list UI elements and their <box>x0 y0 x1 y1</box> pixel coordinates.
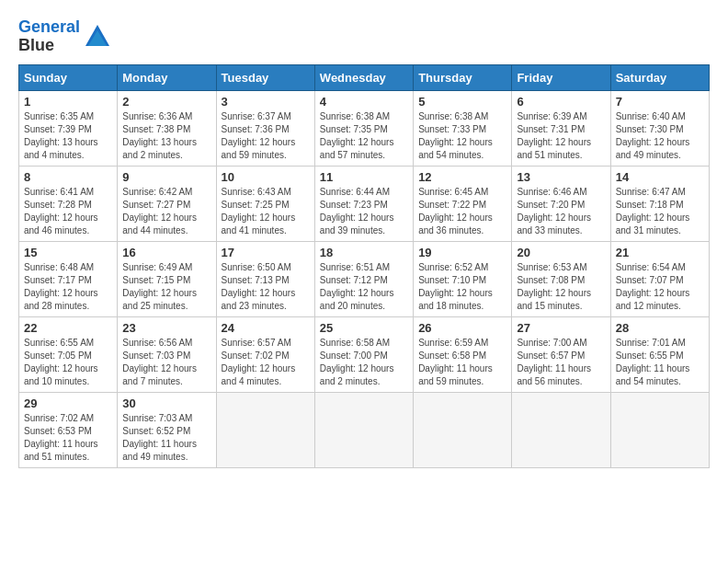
column-header-monday: Monday <box>118 64 216 90</box>
day-info: Sunrise: 6:53 AMSunset: 7:08 PMDaylight:… <box>517 261 605 313</box>
day-cell: 30Sunrise: 7:03 AMSunset: 6:52 PMDayligh… <box>118 392 216 467</box>
day-info: Sunrise: 6:38 AMSunset: 7:33 PMDaylight:… <box>418 110 506 162</box>
day-number: 12 <box>418 170 506 184</box>
day-info: Sunrise: 7:03 AMSunset: 6:52 PMDaylight:… <box>122 412 210 464</box>
day-number: 22 <box>24 321 112 335</box>
day-number: 2 <box>122 95 210 109</box>
day-cell <box>512 392 610 467</box>
column-header-thursday: Thursday <box>414 64 512 90</box>
logo: GeneralBlue <box>18 18 111 55</box>
day-cell <box>610 392 709 467</box>
day-info: Sunrise: 6:47 AMSunset: 7:18 PMDaylight:… <box>616 186 704 237</box>
week-row-3: 15Sunrise: 6:48 AMSunset: 7:17 PMDayligh… <box>19 241 710 316</box>
day-cell: 18Sunrise: 6:51 AMSunset: 7:12 PMDayligh… <box>314 241 413 316</box>
day-cell: 6Sunrise: 6:39 AMSunset: 7:31 PMDaylight… <box>512 90 610 166</box>
day-info: Sunrise: 6:38 AMSunset: 7:35 PMDaylight:… <box>320 110 408 162</box>
day-number: 15 <box>24 246 112 259</box>
day-info: Sunrise: 6:52 AMSunset: 7:10 PMDaylight:… <box>418 261 506 313</box>
week-row-2: 8Sunrise: 6:41 AMSunset: 7:28 PMDaylight… <box>19 166 710 241</box>
day-number: 29 <box>24 396 112 410</box>
day-info: Sunrise: 6:35 AMSunset: 7:39 PMDaylight:… <box>24 110 112 162</box>
column-header-tuesday: Tuesday <box>216 64 314 90</box>
day-cell <box>314 392 413 467</box>
day-cell <box>414 392 512 467</box>
logo-text: GeneralBlue <box>18 18 80 55</box>
day-number: 19 <box>418 246 506 259</box>
day-info: Sunrise: 6:40 AMSunset: 7:30 PMDaylight:… <box>616 110 704 162</box>
column-header-friday: Friday <box>512 64 610 90</box>
day-cell: 16Sunrise: 6:49 AMSunset: 7:15 PMDayligh… <box>118 241 216 316</box>
day-info: Sunrise: 6:56 AMSunset: 7:03 PMDaylight:… <box>122 337 210 388</box>
day-info: Sunrise: 6:41 AMSunset: 7:28 PMDaylight:… <box>24 186 112 237</box>
day-number: 27 <box>517 321 605 335</box>
day-number: 1 <box>24 95 112 109</box>
day-number: 6 <box>517 95 605 109</box>
day-number: 7 <box>616 95 704 109</box>
day-number: 18 <box>320 246 408 259</box>
day-cell: 3Sunrise: 6:37 AMSunset: 7:36 PMDaylight… <box>216 90 314 166</box>
day-number: 17 <box>222 246 310 259</box>
calendar-header-row: SundayMondayTuesdayWednesdayThursdayFrid… <box>19 64 710 90</box>
day-info: Sunrise: 6:46 AMSunset: 7:20 PMDaylight:… <box>517 186 605 237</box>
day-cell: 2Sunrise: 6:36 AMSunset: 7:38 PMDaylight… <box>118 90 216 166</box>
day-cell: 13Sunrise: 6:46 AMSunset: 7:20 PMDayligh… <box>512 166 610 241</box>
day-info: Sunrise: 6:57 AMSunset: 7:02 PMDaylight:… <box>222 337 310 388</box>
week-row-5: 29Sunrise: 7:02 AMSunset: 6:53 PMDayligh… <box>19 392 710 467</box>
day-cell <box>216 392 314 467</box>
day-info: Sunrise: 7:00 AMSunset: 6:57 PMDaylight:… <box>517 337 605 388</box>
day-cell: 1Sunrise: 6:35 AMSunset: 7:39 PMDaylight… <box>19 90 118 166</box>
day-cell: 12Sunrise: 6:45 AMSunset: 7:22 PMDayligh… <box>414 166 512 241</box>
day-cell: 7Sunrise: 6:40 AMSunset: 7:30 PMDaylight… <box>610 90 709 166</box>
day-cell: 9Sunrise: 6:42 AMSunset: 7:27 PMDaylight… <box>118 166 216 241</box>
day-info: Sunrise: 7:01 AMSunset: 6:55 PMDaylight:… <box>616 337 704 388</box>
day-cell: 20Sunrise: 6:53 AMSunset: 7:08 PMDayligh… <box>512 241 610 316</box>
day-number: 10 <box>222 170 310 184</box>
day-number: 13 <box>517 170 605 184</box>
day-number: 25 <box>320 321 408 335</box>
day-info: Sunrise: 6:59 AMSunset: 6:58 PMDaylight:… <box>418 337 506 388</box>
day-number: 21 <box>616 246 704 259</box>
day-number: 8 <box>24 170 112 184</box>
day-cell: 5Sunrise: 6:38 AMSunset: 7:33 PMDaylight… <box>414 90 512 166</box>
day-info: Sunrise: 6:55 AMSunset: 7:05 PMDaylight:… <box>24 337 112 388</box>
day-info: Sunrise: 6:45 AMSunset: 7:22 PMDaylight:… <box>418 186 506 237</box>
day-number: 16 <box>122 246 210 259</box>
day-cell: 8Sunrise: 6:41 AMSunset: 7:28 PMDaylight… <box>19 166 118 241</box>
day-number: 30 <box>122 396 210 410</box>
day-number: 26 <box>418 321 506 335</box>
page-header: GeneralBlue <box>18 18 710 55</box>
day-number: 23 <box>122 321 210 335</box>
logo-icon <box>84 23 111 51</box>
day-cell: 24Sunrise: 6:57 AMSunset: 7:02 PMDayligh… <box>216 316 314 392</box>
day-cell: 19Sunrise: 6:52 AMSunset: 7:10 PMDayligh… <box>414 241 512 316</box>
day-number: 20 <box>517 246 605 259</box>
day-number: 28 <box>616 321 704 335</box>
day-info: Sunrise: 6:51 AMSunset: 7:12 PMDaylight:… <box>320 261 408 313</box>
day-cell: 26Sunrise: 6:59 AMSunset: 6:58 PMDayligh… <box>414 316 512 392</box>
day-cell: 25Sunrise: 6:58 AMSunset: 7:00 PMDayligh… <box>314 316 413 392</box>
day-cell: 22Sunrise: 6:55 AMSunset: 7:05 PMDayligh… <box>19 316 118 392</box>
day-info: Sunrise: 6:48 AMSunset: 7:17 PMDaylight:… <box>24 261 112 313</box>
day-info: Sunrise: 6:37 AMSunset: 7:36 PMDaylight:… <box>222 110 310 162</box>
day-info: Sunrise: 6:43 AMSunset: 7:25 PMDaylight:… <box>222 186 310 237</box>
day-number: 4 <box>320 95 408 109</box>
day-info: Sunrise: 6:50 AMSunset: 7:13 PMDaylight:… <box>222 261 310 313</box>
day-cell: 11Sunrise: 6:44 AMSunset: 7:23 PMDayligh… <box>314 166 413 241</box>
day-info: Sunrise: 6:39 AMSunset: 7:31 PMDaylight:… <box>517 110 605 162</box>
day-info: Sunrise: 6:44 AMSunset: 7:23 PMDaylight:… <box>320 186 408 237</box>
day-info: Sunrise: 7:02 AMSunset: 6:53 PMDaylight:… <box>24 412 112 464</box>
day-number: 24 <box>222 321 310 335</box>
day-info: Sunrise: 6:42 AMSunset: 7:27 PMDaylight:… <box>122 186 210 237</box>
day-number: 14 <box>616 170 704 184</box>
day-info: Sunrise: 6:58 AMSunset: 7:00 PMDaylight:… <box>320 337 408 388</box>
week-row-4: 22Sunrise: 6:55 AMSunset: 7:05 PMDayligh… <box>19 316 710 392</box>
column-header-sunday: Sunday <box>19 64 118 90</box>
column-header-saturday: Saturday <box>610 64 709 90</box>
calendar-table: SundayMondayTuesdayWednesdayThursdayFrid… <box>18 64 710 468</box>
day-cell: 14Sunrise: 6:47 AMSunset: 7:18 PMDayligh… <box>610 166 709 241</box>
day-number: 11 <box>320 170 408 184</box>
day-number: 3 <box>222 95 310 109</box>
day-info: Sunrise: 6:36 AMSunset: 7:38 PMDaylight:… <box>122 110 210 162</box>
day-cell: 28Sunrise: 7:01 AMSunset: 6:55 PMDayligh… <box>610 316 709 392</box>
column-header-wednesday: Wednesday <box>314 64 413 90</box>
